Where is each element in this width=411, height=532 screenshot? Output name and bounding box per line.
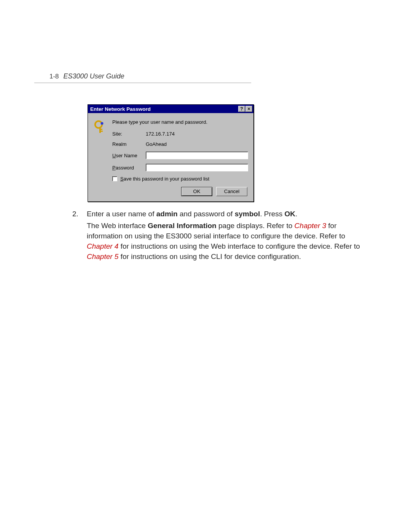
header-rule <box>49 83 365 83</box>
save-password-label: Save this password in your password list <box>120 176 209 182</box>
step-body: Enter a user name of admin and password … <box>87 209 365 263</box>
save-password-checkbox[interactable] <box>112 176 117 181</box>
password-label: Password <box>112 165 146 171</box>
step-2: 2. Enter a user name of admin and passwo… <box>72 209 365 263</box>
realm-label: Realm <box>112 141 146 147</box>
page-header: 1-8 ES3000 User Guide <box>49 72 365 80</box>
page-number: 1-8 <box>49 73 59 80</box>
dialog-figure: Enter Network Password ? × Please type y… <box>88 104 365 202</box>
key-icon <box>94 120 108 134</box>
svg-rect-2 <box>99 127 101 133</box>
svg-point-1 <box>101 122 104 125</box>
dialog-instruction: Please type your user name and password. <box>112 119 248 125</box>
username-input[interactable] <box>146 152 248 159</box>
titlebar: Enter Network Password ? × <box>88 105 253 113</box>
site-value: 172.16.7.174 <box>146 131 248 137</box>
svg-rect-4 <box>101 129 102 130</box>
realm-value: GoAhead <box>146 141 248 147</box>
chapter-5-link[interactable]: Chapter 5 <box>87 252 118 260</box>
chapter-4-link[interactable]: Chapter 4 <box>87 242 118 250</box>
svg-rect-3 <box>101 131 103 132</box>
titlebar-text: Enter Network Password <box>90 106 238 112</box>
step-number: 2. <box>72 209 87 263</box>
cancel-button[interactable]: Cancel <box>216 187 247 196</box>
password-input[interactable] <box>146 164 248 171</box>
username-label: User Name <box>112 153 146 158</box>
chapter-3-link[interactable]: Chapter 3 <box>295 222 326 230</box>
site-label: Site: <box>112 131 146 137</box>
guide-title: ES3000 User Guide <box>64 72 124 80</box>
password-dialog: Enter Network Password ? × Please type y… <box>88 104 254 202</box>
help-button[interactable]: ? <box>238 106 245 112</box>
close-button[interactable]: × <box>245 106 252 112</box>
svg-point-0 <box>95 121 102 128</box>
ok-button[interactable]: OK <box>181 187 212 196</box>
